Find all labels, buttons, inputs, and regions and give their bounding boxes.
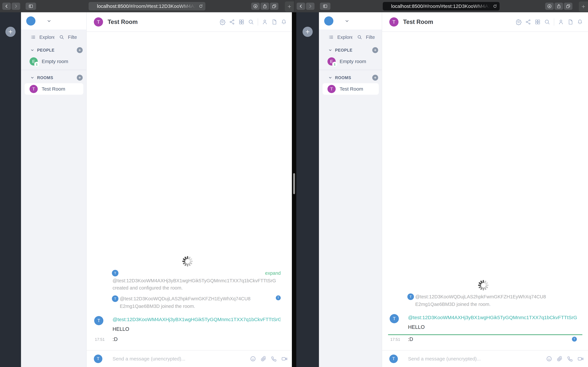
forward-button[interactable] [12,3,20,10]
sidebar-toggle-button[interactable] [26,3,36,10]
loading-spinner [182,256,193,267]
plus-icon [287,4,292,9]
notifications-button[interactable] [280,18,288,26]
video-call-button[interactable] [281,355,288,363]
search-icon [544,19,550,25]
list-item-test-room[interactable]: T Test Room [25,83,83,95]
voice-call-button[interactable] [566,355,574,363]
avatar-letter: T [97,19,100,25]
url-bar[interactable]: localhost:8500/#/room/#test:12D3KooWM4AX… [89,2,205,10]
apps-grid-button[interactable] [238,18,245,26]
community-bar [296,12,319,367]
message-group: T @test:12D3KooWM4AXHj3yBX1wgHGik5TyGQMn… [94,316,281,343]
room-view: T Test Room T expa [87,12,292,367]
back-button[interactable] [2,3,11,10]
add-people-button[interactable] [372,47,378,53]
timeline-scrollbar-thumb[interactable] [293,173,295,194]
attach-button[interactable] [556,355,563,363]
add-community-button[interactable] [303,27,313,37]
sender-name[interactable]: @test:12D3KooWM4AXHj3yBX1wgHGik5TyGQMnmc… [408,314,577,323]
add-people-button[interactable] [77,47,83,53]
message-input[interactable]: Send a message (unencrypted)... [112,356,246,362]
add-room-button[interactable] [372,75,378,81]
back-button[interactable] [297,3,305,10]
room-settings-button[interactable] [219,18,226,26]
members-button[interactable] [261,18,268,26]
unread-marker-line [388,334,582,335]
tab-overview-button[interactable] [270,3,278,10]
apps-grid-button[interactable] [534,18,541,26]
reload-button[interactable] [198,3,204,9]
share-room-button[interactable] [228,18,236,26]
sender-avatar[interactable]: T [94,316,103,325]
user-menu-chevron-icon[interactable] [344,18,350,24]
paperclip-icon [260,356,267,362]
explore-button[interactable]: Explore [337,34,352,40]
forward-button[interactable] [306,3,314,10]
plus-icon [305,29,311,34]
user-avatar[interactable] [26,17,35,25]
user-avatar[interactable] [324,17,333,25]
attach-button[interactable] [260,355,267,363]
join-event: T @test:12D3KooWQDujLAS2hpkFwmGKFZH1EyWh… [94,295,281,310]
plus-icon [8,29,13,34]
video-camera-icon [577,356,584,362]
room-header: T Test Room [382,12,588,32]
user-menu-chevron-icon[interactable] [46,18,52,24]
room-name: Empty room [340,59,366,64]
reload-icon [199,4,203,8]
people-section-header[interactable]: PEOPLE [21,45,86,55]
composer-avatar: T [94,355,102,363]
add-community-button[interactable] [5,27,16,37]
rooms-section-header[interactable]: ROOMS [319,72,382,83]
list-item-empty-room[interactable]: E Empty room [25,56,83,67]
notifications-button[interactable] [576,18,584,26]
new-tab-button[interactable] [579,1,588,12]
list-item-empty-room[interactable]: E Empty room [322,56,379,67]
bell-icon [281,19,287,25]
sidebar-toggle-button[interactable] [320,3,330,10]
browser-toolbar: localhost:8500/#/room/#test:12D3KooWM4AX… [294,0,588,12]
search-button[interactable] [247,18,255,26]
list-item-test-room[interactable]: T Test Room [322,83,379,95]
explore-button[interactable]: Explore [39,34,54,40]
person-icon [262,19,268,25]
sender-avatar[interactable]: T [390,314,399,323]
share-nodes-icon [525,19,531,25]
downloads-button[interactable] [251,3,260,10]
url-bar[interactable]: localhost:8500/#/room/#test:12D3KooWM4AX… [383,2,500,10]
video-call-button[interactable] [577,355,584,363]
room-avatar[interactable]: T [94,17,103,26]
search-button[interactable] [543,18,551,26]
downloads-button[interactable] [545,3,554,10]
expand-link[interactable]: expand [265,270,281,276]
room-avatar[interactable]: T [389,17,398,26]
filter-input[interactable]: Filte [68,34,78,40]
members-button[interactable] [557,18,565,26]
share-button[interactable] [260,3,269,10]
event-text: E2mg1Qae6BM3D joined the room. [390,301,577,308]
room-settings-button[interactable] [515,18,522,26]
filter-input[interactable]: Filte [366,34,376,40]
share-room-button[interactable] [524,18,532,26]
voice-call-button[interactable] [270,355,278,363]
rooms-section-header[interactable]: ROOMS [21,72,86,83]
avatar: E [328,57,336,66]
message-input[interactable]: Send a message (unencrypted)... [408,356,542,362]
read-receipt-avatar: T [276,295,281,300]
header-divider [554,18,554,25]
emoji-button[interactable] [249,355,257,363]
read-receipt-avatar: T [572,337,577,342]
user-panel [319,12,382,30]
emoji-button[interactable] [545,355,553,363]
files-button[interactable] [270,18,278,26]
files-button[interactable] [567,18,574,26]
tab-overview-button[interactable] [564,3,572,10]
sender-name[interactable]: @test:12D3KooWM4AXHj3yBX1wgHGik5TyGQMnmc… [112,316,281,325]
people-section-header[interactable]: PEOPLE [319,45,382,55]
new-tab-button[interactable] [285,1,294,12]
reload-button[interactable] [492,3,498,9]
add-room-button[interactable] [77,75,83,81]
community-bar [0,12,21,367]
share-button[interactable] [554,3,563,10]
